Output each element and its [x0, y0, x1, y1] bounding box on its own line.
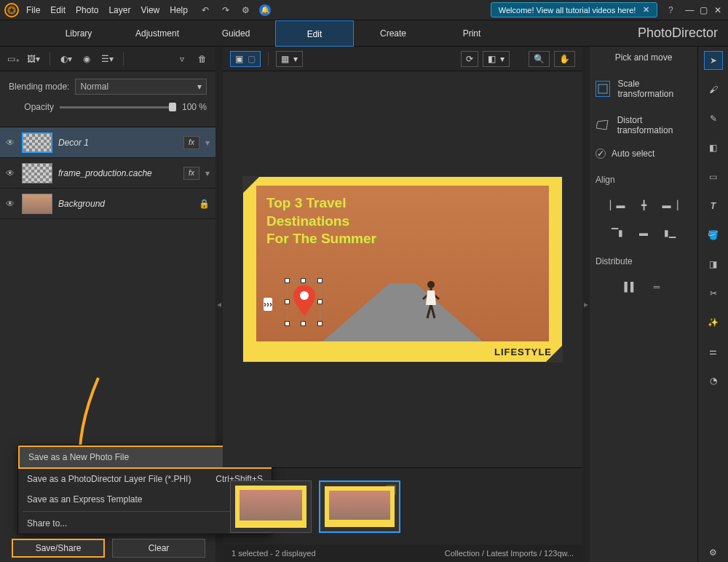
settings-icon[interactable]: ⚙ — [704, 543, 723, 562]
crop-tool-icon[interactable]: ✂ — [704, 284, 723, 303]
menu-help[interactable]: Help — [170, 5, 188, 15]
clear-button[interactable]: Clear — [112, 539, 205, 558]
visibility-icon[interactable]: 👁 — [6, 199, 16, 209]
gradient-tool-icon[interactable]: ◨ — [704, 255, 723, 274]
mode-guided[interactable]: Guided — [197, 20, 275, 47]
distribute-v-icon[interactable]: ═ — [649, 280, 664, 294]
align-bottom-icon[interactable]: ▮▁ — [662, 226, 677, 240]
pan-tool[interactable]: ✋ — [554, 51, 575, 67]
layer-thumbnail — [22, 163, 52, 183]
auto-select-checkbox[interactable]: ✓ Auto select — [596, 149, 692, 159]
flip-tool[interactable]: ◧▾ — [483, 51, 510, 67]
redo-icon[interactable]: ↷ — [218, 3, 233, 17]
distribute-h-icon[interactable]: ▌▌ — [623, 280, 638, 294]
zoom-tool[interactable]: 🔍 — [529, 51, 550, 67]
text-tool-icon[interactable]: T — [704, 197, 723, 215]
mode-bar: Library Adjustment Guided Edit Create Pr… — [0, 20, 728, 47]
blend-mode-select[interactable]: Normal ▾ — [75, 79, 207, 95]
scale-transform-button[interactable]: Scale transformation — [596, 76, 692, 102]
main-menu: File Edit Photo Layer View Help — [26, 5, 188, 15]
chevron-down-icon[interactable]: ▾ — [205, 138, 210, 148]
brush-tool-icon[interactable]: 🖌 — [704, 80, 723, 99]
layer-item[interactable]: 👁 Decor 1 fx ▾ — [0, 127, 215, 158]
align-buttons: ▏▬ ╋ ▬▕ — [596, 198, 692, 213]
menu-edit[interactable]: Edit — [50, 5, 66, 15]
properties-panel: Pick and move Scale transformation Disto… — [590, 47, 697, 562]
svg-point-1 — [300, 291, 309, 300]
align-center-icon[interactable]: ╋ — [636, 198, 651, 213]
menu-file[interactable]: File — [26, 5, 40, 15]
photo-frame: Top 3 Travel Destinations For The Summer… — [242, 176, 563, 363]
visibility-icon[interactable]: 👁 — [6, 138, 16, 148]
gear-icon[interactable]: ⚙ — [239, 3, 253, 17]
align-left-icon[interactable]: ▏▬ — [610, 198, 625, 213]
blend-controls: Blending mode: Normal ▾ Opacity 100 % — [0, 71, 215, 127]
mode-edit[interactable]: Edit — [275, 20, 354, 47]
filmstrip-thumb[interactable]: ≡ — [319, 480, 400, 533]
window-controls: — ▢ ✕ — [684, 5, 724, 15]
add-layer-icon[interactable]: ▭₊ — [6, 52, 20, 66]
delete-icon[interactable]: 🗑 — [195, 52, 210, 66]
menu-photo[interactable]: Photo — [76, 5, 98, 15]
menu-layer[interactable]: Layer — [108, 5, 130, 15]
align-right-icon[interactable]: ▬▕ — [662, 198, 677, 213]
undo-icon[interactable]: ↶ — [198, 3, 213, 17]
menu-view[interactable]: View — [141, 5, 159, 15]
fx-badge[interactable]: fx — [183, 136, 199, 149]
fill-tool-icon[interactable]: 🪣 — [704, 226, 723, 245]
filmstrip-thumb[interactable] — [230, 480, 312, 533]
opacity-slider[interactable] — [60, 106, 176, 108]
rotate-icon: ⟳ — [466, 54, 473, 64]
lifestyle-label: LIFESTYLE — [494, 347, 552, 357]
blend-mode-value: Normal — [80, 82, 108, 92]
eraser-tool-icon[interactable]: ◧ — [704, 138, 723, 157]
rotate-tool[interactable]: ⟳ — [461, 51, 478, 67]
layer-name: Background — [58, 199, 193, 209]
selection-box[interactable] — [287, 280, 320, 324]
title-bar: File Edit Photo Layer View Help ↶ ↷ ⚙ 🔔 … — [0, 0, 728, 20]
pen-tool-icon[interactable]: ✎ — [704, 109, 723, 128]
grid-toggle[interactable]: ▦▾ — [276, 51, 303, 67]
notification-icon[interactable]: 🔔 — [259, 4, 271, 16]
panel-header: Pick and move — [596, 52, 692, 63]
canvas-toolbar: ▣▢ ▦▾ ⟳ ◧▾ 🔍 ✋ — [223, 47, 582, 71]
shape-tool-icon[interactable]: ▭ — [704, 167, 723, 186]
chevron-down-icon[interactable]: ▾ — [205, 168, 210, 178]
checkbox-icon: ✓ — [596, 149, 606, 159]
add-image-icon[interactable]: 🖼▾ — [26, 52, 41, 66]
distort-icon — [596, 117, 610, 133]
blur-tool-icon[interactable]: ◔ — [704, 371, 723, 390]
chevrons-sign: ››› — [264, 298, 272, 311]
view-mode-single[interactable]: ▣▢ — [230, 51, 261, 67]
collapse-right-handle[interactable]: ▸ — [582, 47, 590, 562]
fx-badge[interactable]: fx — [183, 167, 199, 180]
visibility-icon[interactable]: 👁 — [6, 168, 16, 178]
distort-transform-button[interactable]: Distort transformation — [596, 112, 692, 138]
canvas-area[interactable]: Top 3 Travel Destinations For The Summer… — [223, 71, 582, 467]
align-top-icon[interactable]: ▔▮ — [610, 226, 625, 240]
minimize-icon[interactable]: — — [684, 5, 695, 15]
mode-adjustment[interactable]: Adjustment — [118, 20, 197, 47]
collection-path: Collection / Latest Imports / 123qw... — [445, 549, 574, 558]
layer-item[interactable]: 👁 frame_production.cache fx ▾ — [0, 158, 215, 189]
pin-icon — [293, 285, 315, 317]
save-share-button[interactable]: Save/Share — [12, 539, 105, 558]
mode-create[interactable]: Create — [354, 20, 432, 47]
effects-tool-icon[interactable]: ✨ — [704, 313, 723, 332]
move-tool-icon[interactable]: ➤ — [704, 51, 723, 70]
list-icon[interactable]: ☰▾ — [100, 52, 114, 66]
adjust-tool-icon[interactable]: ⚌ — [704, 342, 723, 361]
close-welcome-icon[interactable]: ✕ — [643, 5, 649, 15]
mode-library[interactable]: Library — [39, 20, 118, 47]
welcome-banner[interactable]: Welcome! View all tutorial videos here! … — [491, 2, 658, 17]
mode-print[interactable]: Print — [432, 20, 511, 47]
lock-icon: 🔒 — [199, 199, 210, 209]
mask-icon[interactable]: ◉ — [79, 52, 94, 66]
help-icon[interactable]: ? — [663, 3, 678, 17]
gradient-icon[interactable]: ◐▾ — [59, 52, 74, 66]
maximize-icon[interactable]: ▢ — [698, 5, 710, 15]
filter-icon[interactable]: ▿ — [175, 52, 189, 66]
layer-item[interactable]: 👁 Background 🔒 — [0, 189, 215, 219]
align-middle-icon[interactable]: ▬ — [636, 226, 651, 240]
close-icon[interactable]: ✕ — [712, 5, 724, 15]
